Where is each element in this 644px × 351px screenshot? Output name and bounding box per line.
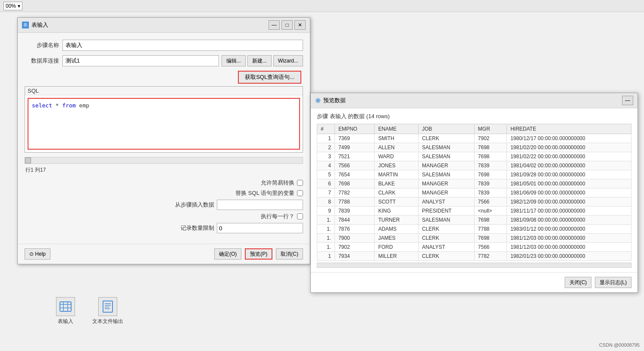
table-cell-8-0: 9	[317, 207, 335, 216]
main-dialog-titlebar: 表 表输入 — □ ✕	[18, 18, 310, 33]
table-cell-1-5: 1981/02/20 00:00:00.000000000	[507, 143, 631, 152]
table-cell-10-1: 7876	[335, 225, 374, 234]
db-connection-label: 数据库连接	[25, 57, 59, 65]
text-output-icon[interactable]	[98, 297, 117, 316]
table-cell-6-0: 7	[317, 188, 335, 197]
col-header-empno: EMPNO	[335, 124, 374, 134]
execute-each-row-checkbox[interactable]	[297, 213, 303, 219]
table-cell-0-5: 1980/12/17 00:00:00.000000000	[507, 134, 631, 143]
close-button[interactable]: ✕	[294, 20, 306, 30]
insert-from-step-input[interactable]	[217, 200, 303, 210]
table-cell-9-1: 7844	[335, 216, 374, 225]
table-cell-3-3: MANAGER	[418, 161, 474, 170]
table-cell-6-3: MANAGER	[418, 188, 474, 197]
minimize-button[interactable]: —	[269, 20, 280, 30]
table-row: 57654MARTINSALESMAN76981981/09/28 00:00:…	[317, 170, 631, 179]
main-dialog-icon: 表	[22, 22, 29, 28]
table-cell-1-2: ALLEN	[375, 143, 419, 152]
zoom-arrow: ▾	[18, 3, 20, 9]
table-cell-6-5: 1981/06/09 00:00:00.000000000	[507, 188, 631, 197]
help-button[interactable]: ⊙ Help	[25, 248, 50, 260]
zoom-value: 00%	[6, 3, 16, 9]
zoom-dropdown[interactable]: 00% ▾	[3, 2, 22, 10]
table-row: 1.7900JAMESCLERK76981981/12/03 00:00:00.…	[317, 234, 631, 243]
table-cell-0-2: SMITH	[375, 134, 419, 143]
sql-editor[interactable]: select * from emp	[28, 98, 300, 150]
replace-var-checkbox[interactable]	[297, 190, 303, 196]
watermark: CSDN @00008795	[599, 342, 640, 348]
table-cell-6-1: 7782	[335, 188, 374, 197]
ok-button[interactable]: 确定(O)	[214, 248, 241, 260]
show-log-button[interactable]: 显示日志(L)	[595, 277, 631, 288]
table-cell-4-0: 5	[317, 170, 335, 179]
table-cell-7-2: SCOTT	[375, 197, 419, 207]
new-button[interactable]: 新建...	[247, 55, 272, 66]
preview-minimize-button[interactable]: —	[622, 96, 633, 105]
scroll-thumb[interactable]	[25, 157, 31, 163]
table-cell-1-3: SALESMAN	[418, 143, 474, 152]
table-cell-12-4: 7566	[474, 243, 506, 252]
table-cell-2-1: 7521	[335, 152, 374, 161]
execute-each-row: 执行每一行？	[25, 213, 303, 220]
table-cell-8-3: PRESIDENT	[418, 207, 474, 216]
horizontal-scrollbar[interactable]	[25, 157, 303, 164]
preview-close-button[interactable]: 关闭(C)	[565, 277, 592, 288]
table-cell-7-5: 1982/12/09 00:00:00.000000000	[507, 197, 631, 207]
table-cell-3-1: 7566	[335, 161, 374, 170]
db-connection-row: 数据库连接 编辑... 新建... Wizard...	[25, 55, 303, 66]
canvas-area: 表输入 文本文件输出	[56, 297, 123, 325]
table-cell-6-2: CLARK	[375, 188, 419, 197]
table-input-icon[interactable]	[56, 297, 75, 316]
edit-button[interactable]: 编辑...	[222, 55, 246, 66]
db-btn-group: 编辑... 新建... Wizard...	[222, 55, 303, 66]
sql-keyword-select: select	[32, 102, 52, 109]
table-row: 1.7902FORDANALYST75661981/12/03 00:00:00…	[317, 243, 631, 252]
maximize-button[interactable]: □	[281, 20, 293, 30]
table-cell-8-2: KING	[375, 207, 419, 216]
table-cell-2-3: SALESMAN	[418, 152, 474, 161]
wizard-button[interactable]: Wizard...	[273, 55, 303, 66]
table-cell-13-4: 7782	[474, 252, 506, 261]
table-row: 37521WARDSALESMAN76981981/02/22 00:00:00…	[317, 152, 631, 161]
table-cell-5-2: BLAKE	[375, 179, 419, 188]
sql-keyword-from: from	[62, 102, 75, 109]
main-dialog-body: 步骤名称 数据库连接 编辑... 新建... Wizard... 获取SQL查询…	[18, 33, 310, 244]
table-cell-12-3: ANALYST	[418, 243, 474, 252]
table-cell-9-2: TURNER	[375, 216, 419, 225]
execute-each-row-label: 执行每一行？	[261, 213, 294, 220]
table-cell-13-3: CLERK	[418, 252, 474, 261]
table-row: 87788SCOTTANALYST75661982/12/09 00:00:00…	[317, 197, 631, 207]
preview-button[interactable]: 预览(P)	[245, 248, 272, 260]
options-section: 允许简易转换 替换 SQL 语句里的变量 从步骤插入数据 执行每一行？ 记录数量…	[25, 179, 303, 233]
table-container: # EMPNO ENAME JOB MGR HIREDATE 17369SMIT…	[317, 124, 631, 261]
step-name-input[interactable]	[63, 40, 303, 51]
main-dialog-footer: ⊙ Help 确定(O) 预览(P) 取消(C)	[18, 244, 310, 264]
table-header-row: # EMPNO ENAME JOB MGR HIREDATE	[317, 124, 631, 134]
table-cell-0-1: 7369	[335, 134, 374, 143]
db-connection-input[interactable]	[63, 55, 219, 66]
table-cell-5-0: 6	[317, 179, 335, 188]
preview-horizontal-scroll[interactable]	[317, 263, 631, 268]
table-cell-11-4: 7698	[474, 234, 506, 243]
table-row: 97839KINGPRESIDENT<null>1981/11/17 00:00…	[317, 207, 631, 216]
preview-title-bar: ❋ 预览数据 —	[311, 93, 638, 108]
table-row: 1.7844TURNERSALESMAN76981981/09/08 00:00…	[317, 216, 631, 225]
col-header-ename: ENAME	[375, 124, 419, 134]
table-cell-2-4: 7698	[474, 152, 506, 161]
table-cell-7-3: ANALYST	[418, 197, 474, 207]
table-header: # EMPNO ENAME JOB MGR HIREDATE	[317, 124, 631, 134]
record-limit-input[interactable]	[217, 223, 303, 233]
main-dialog-title-left: 表 表输入	[22, 21, 48, 29]
main-dialog-title: 表输入	[31, 21, 48, 29]
get-sql-button[interactable]: 获取SQL查询语句...	[238, 71, 301, 84]
canvas-item-table-input: 表输入	[56, 297, 75, 325]
cancel-button[interactable]: 取消(C)	[276, 248, 303, 260]
table-cell-8-1: 7839	[335, 207, 374, 216]
table-cell-10-2: ADAMS	[375, 225, 419, 234]
table-cell-3-0: 4	[317, 161, 335, 170]
table-cell-7-0: 8	[317, 197, 335, 207]
col-header-job: JOB	[418, 124, 474, 134]
step-name-row: 步骤名称	[25, 40, 303, 51]
preview-footer: 关闭(C) 显示日志(L)	[311, 272, 638, 292]
allow-simple-checkbox[interactable]	[297, 180, 303, 186]
